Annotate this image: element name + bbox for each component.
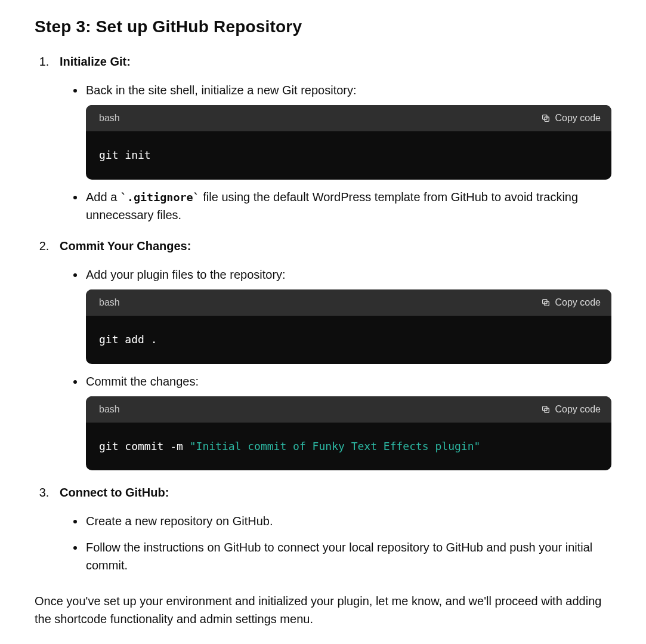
sub-list: Add your plugin files to the repository:…: [60, 266, 611, 471]
copy-code-button[interactable]: Copy code: [541, 295, 601, 310]
list-item-text: Back in the site shell, initialize a new…: [86, 84, 357, 97]
list-item: Commit the changes: bash Copy code git c…: [85, 372, 611, 471]
code-header: bash Copy code: [86, 289, 611, 316]
code-block: bash Copy code git commit -m "Initial co…: [86, 396, 611, 471]
list-item: Create a new repository on GitHub.: [85, 512, 611, 530]
text-pre: Add a: [86, 190, 120, 204]
code-body: git add .: [86, 316, 611, 364]
code-body: git commit -m "Initial commit of Funky T…: [86, 423, 611, 471]
step-title: Connect to GitHub:: [60, 486, 169, 499]
copy-icon: [541, 298, 551, 307]
inline-code: `.gitignore`: [120, 191, 200, 204]
step-initialize-git: Initialize Git: Back in the site shell, …: [52, 53, 611, 224]
list-item: Add a `.gitignore` file using the defaul…: [85, 188, 611, 224]
step-heading: Step 3: Set up GitHub Repository: [35, 14, 611, 39]
list-item-text: Commit the changes:: [86, 375, 199, 388]
closing-paragraph: Once you've set up your environment and …: [35, 592, 611, 628]
code-string: "Initial commit of Funky Text Effects pl…: [190, 440, 481, 452]
step-connect-github: Connect to GitHub: Create a new reposito…: [52, 483, 611, 574]
sub-list: Create a new repository on GitHub. Follo…: [60, 512, 611, 574]
code-header: bash Copy code: [86, 396, 611, 423]
ordered-steps: Initialize Git: Back in the site shell, …: [35, 53, 611, 574]
list-item-text: Create a new repository on GitHub.: [86, 514, 273, 528]
copy-icon: [541, 405, 551, 414]
code-body: git init: [86, 131, 611, 180]
sub-list: Back in the site shell, initialize a new…: [60, 81, 611, 224]
list-item: Back in the site shell, initialize a new…: [85, 81, 611, 180]
code-lang-label: bash: [99, 295, 120, 310]
list-item: Follow the instructions on GitHub to con…: [85, 538, 611, 574]
code-block: bash Copy code git init: [86, 105, 611, 180]
copy-code-button[interactable]: Copy code: [541, 402, 601, 417]
copy-icon: [541, 113, 551, 123]
code-block: bash Copy code git add .: [86, 289, 611, 364]
copy-label: Copy code: [555, 402, 601, 417]
list-item-text: Follow the instructions on GitHub to con…: [86, 541, 592, 572]
code-plain: git commit -m: [99, 440, 190, 452]
step-title: Commit Your Changes:: [60, 239, 191, 252]
list-item: Add your plugin files to the repository:…: [85, 266, 611, 364]
code-lang-label: bash: [99, 111, 120, 125]
step-title: Initialize Git:: [60, 55, 131, 68]
step-commit-changes: Commit Your Changes: Add your plugin fil…: [52, 237, 611, 471]
code-lang-label: bash: [99, 402, 120, 417]
code-header: bash Copy code: [86, 105, 611, 131]
copy-code-button[interactable]: Copy code: [541, 111, 601, 125]
copy-label: Copy code: [555, 111, 601, 125]
copy-label: Copy code: [555, 295, 601, 310]
list-item-text: Add your plugin files to the repository:: [86, 268, 286, 281]
